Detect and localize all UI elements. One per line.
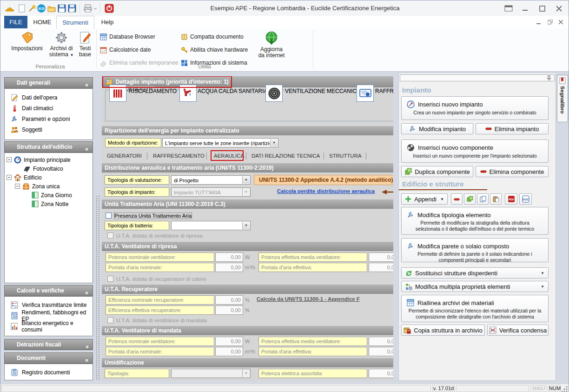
tree-item-impianto-principale[interactable]: Impianto principale <box>7 155 71 164</box>
calcola-appendice-f-link[interactable]: Calcola da UNI/TS 11300-1 - Appendice F <box>257 296 360 302</box>
inserisci-nuovo-componente-button[interactable]: Inserisci nuovo componente Inserisci un … <box>401 140 549 163</box>
tab-dati-relazione[interactable]: DATI RELAZIONE TECNICA <box>251 152 320 160</box>
ventilazione-icon[interactable] <box>265 85 283 102</box>
eff-effettiva-value[interactable]: 0,00 <box>215 306 243 315</box>
pot-effettiva-mandata-value[interactable]: 0,0 <box>369 337 393 346</box>
duplica-componente-button[interactable]: Duplica componente <box>401 166 473 177</box>
modifica-parete-button[interactable]: Modifica parete o solaio composto Permet… <box>401 238 549 262</box>
umid-potenza-value[interactable]: 0,0 <box>369 369 393 378</box>
splitter[interactable] <box>99 196 99 379</box>
sostituisci-strutture-dropdown[interactable]: Sostituisci strutture disperdenti▼ <box>401 267 549 279</box>
portata-nominale-mandata-value[interactable]: 0,00 <box>215 347 243 356</box>
sidebar-item-dati-climatici[interactable]: Dati climatici <box>5 103 93 113</box>
copy-icon <box>480 196 486 202</box>
section-calcoli-verifiche[interactable]: Calcoli e verifiche« <box>4 285 93 296</box>
sidebar-item-registro-documenti[interactable]: Registro documenti <box>5 367 93 378</box>
section-dati-generali[interactable]: Dati generali« <box>4 77 93 88</box>
tab-home[interactable]: HOME <box>29 16 55 28</box>
impostazioni-button[interactable]: Impostazioni <box>7 30 47 63</box>
tab-generatori[interactable]: GENERATORI <box>107 152 142 160</box>
ribbon-collapse-icon[interactable] <box>502 4 516 13</box>
mdi-close-icon[interactable] <box>556 18 566 26</box>
tree-item-zona-unica[interactable]: Zona unica <box>15 182 60 191</box>
save-as-icon[interactable] <box>67 4 77 13</box>
wizard-icon[interactable] <box>27 4 37 13</box>
section-documenti[interactable]: Documenti« <box>4 352 93 364</box>
elimina-componente-button[interactable]: Elimina componente <box>476 166 549 177</box>
checklist-icon <box>11 301 18 309</box>
appendi-button[interactable]: Appendi▼ <box>401 193 448 205</box>
panel-grip[interactable] <box>400 74 555 81</box>
sidebar-item-parametri[interactable]: Parametri e opzioni <box>5 113 93 124</box>
print-dropdown-icon[interactable] <box>93 4 98 13</box>
tree-item-fotovoltaico[interactable]: Fotovoltaico <box>23 164 63 173</box>
minimize-button[interactable] <box>518 4 532 13</box>
calcolatrice-date-button[interactable]: Calcolatrice date <box>100 45 151 54</box>
eff-nominale-value[interactable]: 0,00 <box>215 295 243 305</box>
tab-strumenti[interactable]: Strumenti <box>56 16 94 29</box>
section-struttura-edificio[interactable]: Struttura dell'edificio« <box>4 141 93 153</box>
tree-collapse-icon[interactable] <box>7 157 12 162</box>
tab-file[interactable]: FILE <box>4 16 27 28</box>
save-icon[interactable] <box>57 4 66 13</box>
tree-collapse-icon[interactable] <box>7 175 12 180</box>
new-document-icon[interactable] <box>17 4 26 13</box>
tipologia-batteria-select[interactable]: ▼ <box>171 221 251 230</box>
raffrescamento-icon[interactable] <box>357 85 374 102</box>
tree-item-zona-giorno[interactable]: Zona Giorno <box>32 191 72 199</box>
tipologia-valutazione-select[interactable]: di Progetto▼ <box>171 175 251 185</box>
mdi-minimize-icon[interactable] <box>534 18 544 26</box>
presenza-uta-checkbox[interactable]: Presenza Unità Trattamento Aria <box>106 212 192 219</box>
splitter[interactable] <box>96 196 97 379</box>
tree-item-edificio[interactable]: Edificio <box>7 173 42 182</box>
maximize-button[interactable] <box>535 4 549 13</box>
sidebar-item-bilancio[interactable]: Bilancio energetico e consumi <box>5 321 93 332</box>
duplica-struttura-button[interactable] <box>464 193 476 205</box>
checkbox-icon[interactable] <box>106 213 112 219</box>
calcola-perdite-link[interactable]: Calcola perdite distribuzione aeraulica <box>277 188 375 194</box>
abilita-chiave-button[interactable]: Abilita chiave hardware <box>181 45 248 54</box>
elimina-struttura-button[interactable] <box>451 193 463 205</box>
pin-icon[interactable] <box>547 75 551 81</box>
tree-item-zona-notte[interactable]: Zona Notte <box>32 199 68 208</box>
metodo-ripartizione-select[interactable]: L'impianto serve tutte le zone inserite … <box>162 138 278 147</box>
riallinea-archivi-button[interactable]: Riallinea archivi dei materiali Permette… <box>401 295 549 322</box>
sce-badge-icon[interactable]: SCE <box>37 4 46 13</box>
portata-effettiva-ripresa-value[interactable]: 0,0 <box>369 263 393 272</box>
pot-nominale-ripresa-value[interactable]: 0,00 <box>215 252 243 262</box>
compatta-documento-button[interactable]: Compatta documento <box>181 32 244 41</box>
testi-base-button[interactable]: Testibase <box>75 30 95 63</box>
modifica-tipologia-button[interactable]: Modifica tipologia elemento Permette di … <box>401 207 549 235</box>
portata-nominale-ripresa-value[interactable]: 0,00 <box>215 263 243 272</box>
export-doc-button[interactable]: DOC <box>519 193 532 205</box>
modifica-multipla-dropdown[interactable]: Modifica multipla proprietà elementi▼ <box>401 281 549 292</box>
tab-struttura[interactable]: STRUTTURA <box>329 152 362 160</box>
tab-raffrescamento[interactable]: RAFFRESCAMENTO <box>153 152 205 160</box>
archivi-di-sistema-button[interactable]: Archivi disistema ▼ <box>49 30 74 63</box>
portata-effettiva-mandata-value[interactable]: 0,0 <box>369 347 393 356</box>
verifica-condensa-button[interactable]: Verifica condensa <box>487 325 549 336</box>
aggiorna-internet-button[interactable]: Aggiornada internet <box>256 30 287 63</box>
tree-collapse-icon[interactable] <box>15 184 20 189</box>
uta-mandata-checkbox: U.T.A. dotata di ventilatore di mandata <box>107 317 207 324</box>
database-browser-button[interactable]: Database Browser <box>100 32 155 41</box>
pot-effettiva-ripresa-value[interactable]: 0,0 <box>369 252 393 262</box>
resize-grip[interactable] <box>562 386 568 392</box>
print-icon[interactable] <box>83 4 93 13</box>
export-pdf-button[interactable]: PDF <box>505 193 517 205</box>
close-button[interactable] <box>552 4 566 13</box>
tab-help[interactable]: Help <box>96 16 119 28</box>
copia-button[interactable] <box>477 193 489 205</box>
mdi-restore-icon[interactable] <box>545 18 555 26</box>
inserisci-nuovo-impianto-button[interactable]: Inserisci nuovo impianto Crea un nuovo i… <box>401 96 549 120</box>
sidebar-item-dati-opera[interactable]: Dati dell'opera <box>5 92 93 103</box>
open-folder-icon[interactable] <box>47 4 56 13</box>
section-detrazioni-fiscali[interactable]: Detrazioni fiscali« <box>4 339 93 350</box>
modifica-impianto-button[interactable]: Modifica impianto <box>401 123 473 134</box>
pot-nominale-mandata-value[interactable]: 0,00 <box>215 337 243 346</box>
elimina-impianto-button[interactable]: Elimina impianto <box>476 123 549 134</box>
sidebar-item-soggetti[interactable]: Soggetti <box>5 124 93 135</box>
incolla-button[interactable] <box>490 193 502 205</box>
segnalibro-tab[interactable]: Segnalibro <box>557 75 568 122</box>
copia-struttura-button[interactable]: Copia struttura in archivio <box>401 325 485 336</box>
